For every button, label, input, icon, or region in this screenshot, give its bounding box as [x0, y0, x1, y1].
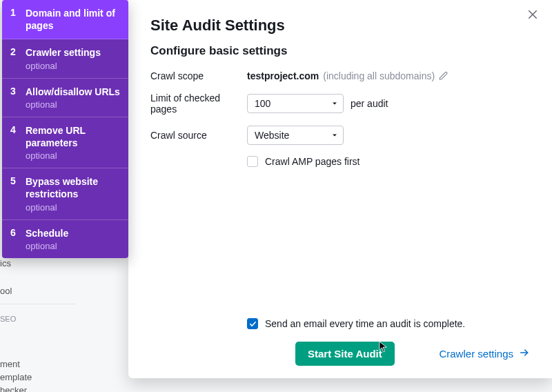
email-checkbox-row: Send an email every time an audit is com… [247, 318, 530, 329]
step-label: Schedule [26, 227, 68, 239]
chevron-down-icon [331, 99, 339, 108]
email-checkbox[interactable] [247, 318, 258, 329]
chevron-down-icon [331, 131, 339, 139]
step-label: Domain and limit of pages [26, 7, 120, 32]
step-allow-disallow-urls[interactable]: 3 Allow/disallow URLsoptional [2, 79, 128, 117]
step-label: Allow/disallow URLs [26, 86, 120, 98]
bg-text: hecker [0, 381, 76, 392]
modal-title: Site Audit Settings [150, 17, 530, 35]
pencil-icon[interactable] [439, 71, 448, 81]
step-optional: optional [26, 241, 68, 251]
crawl-scope-hint: (including all subdomains) [323, 70, 435, 81]
bg-divider [0, 304, 76, 304]
crawl-scope-domain: testproject.com [247, 70, 319, 81]
step-optional: optional [26, 150, 120, 161]
crawl-scope-row: Crawl scope testproject.com (including a… [150, 70, 530, 81]
source-row: Crawl source Website [150, 126, 530, 145]
crawler-settings-link[interactable]: Crawler settings [439, 347, 530, 360]
crawl-scope-label: Crawl scope [150, 70, 247, 81]
step-number: 3 [10, 86, 17, 110]
step-number: 6 [10, 227, 17, 251]
amp-checkbox[interactable] [247, 156, 258, 167]
limit-select[interactable]: 100 [247, 94, 344, 113]
limit-row: Limit of checked pages 100 per audit [150, 92, 530, 115]
actions-row: Start Site Audit Crawler settings [295, 342, 530, 366]
limit-suffix: per audit [351, 98, 388, 109]
step-number: 2 [10, 46, 17, 70]
step-domain-limit[interactable]: 1 Domain and limit of pages [2, 0, 128, 39]
step-label: Remove URL parameters [26, 124, 120, 149]
source-select-value: Website [255, 130, 289, 141]
source-label: Crawl source [150, 130, 247, 141]
amp-checkbox-row: Crawl AMP pages first [247, 156, 530, 167]
source-select[interactable]: Website [247, 126, 344, 145]
step-remove-url-parameters[interactable]: 4 Remove URL parametersoptional [2, 117, 128, 168]
step-label: Crawler settings [26, 46, 101, 59]
step-label: Bypass website restrictions [26, 175, 120, 200]
modal-subtitle: Configure basic settings [150, 44, 530, 58]
settings-modal: Site Audit Settings Configure basic sett… [128, 0, 552, 378]
step-number: 1 [10, 7, 17, 32]
amp-checkbox-label: Crawl AMP pages first [265, 156, 359, 167]
close-icon [526, 8, 539, 23]
step-optional: optional [26, 99, 120, 110]
arrow-right-icon [519, 347, 530, 360]
step-number: 5 [10, 175, 17, 212]
email-checkbox-label: Send an email every time an audit is com… [265, 318, 465, 329]
step-bypass-restrictions[interactable]: 5 Bypass website restrictionsoptional [2, 168, 128, 219]
bg-text: SEO [0, 311, 76, 327]
bg-text: ool [0, 282, 76, 300]
close-button[interactable] [523, 6, 542, 25]
step-crawler-settings[interactable]: 2 Crawler settingsoptional [2, 39, 128, 78]
step-optional: optional [26, 61, 101, 71]
step-number: 4 [10, 124, 17, 161]
modal-footer: Send an email every time an audit is com… [150, 318, 530, 366]
start-audit-button[interactable]: Start Site Audit [295, 342, 395, 366]
step-optional: optional [26, 202, 120, 213]
crawler-settings-link-label: Crawler settings [439, 348, 513, 360]
limit-label: Limit of checked pages [150, 92, 247, 115]
limit-select-value: 100 [255, 98, 270, 109]
step-schedule[interactable]: 6 Scheduleoptional [2, 220, 128, 258]
wizard-steps-sidebar: 1 Domain and limit of pages 2 Crawler se… [2, 0, 128, 258]
